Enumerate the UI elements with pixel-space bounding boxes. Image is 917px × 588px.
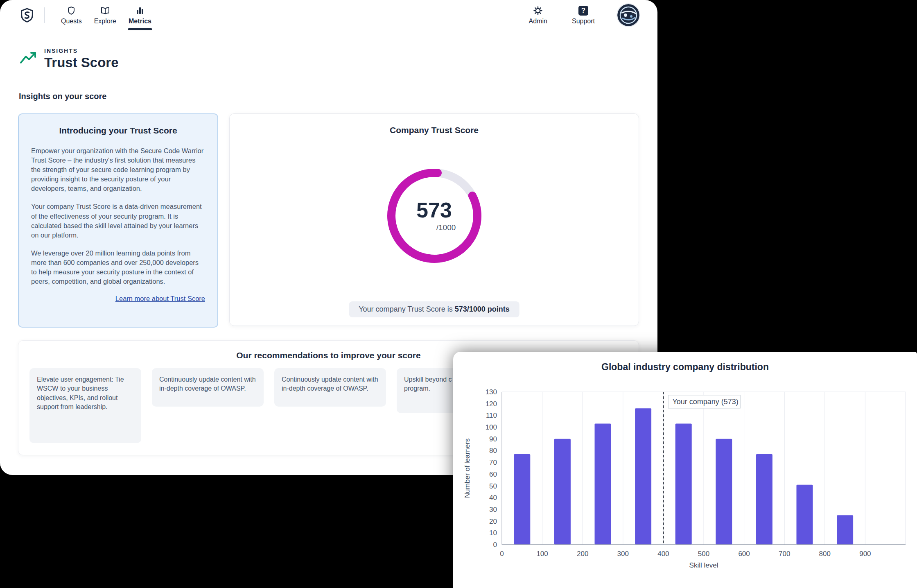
nav-item-admin[interactable]: Admin — [523, 0, 553, 30]
intro-card-title: Introducing your Trust Score — [31, 126, 205, 136]
nav-item-quests[interactable]: Quests — [55, 0, 88, 30]
svg-text:80: 80 — [489, 447, 497, 455]
svg-text:130: 130 — [486, 388, 497, 396]
page-header: INSIGHTS Trust Score — [20, 47, 119, 70]
svg-text:800: 800 — [819, 550, 831, 558]
learn-more-link[interactable]: Learn more about Trust Score — [31, 295, 205, 303]
gear-icon — [533, 6, 543, 16]
score-denominator: /1000 — [436, 223, 456, 232]
section-heading: Insights on your score — [19, 92, 106, 101]
nav-item-label: Quests — [61, 18, 82, 25]
nav-divider — [44, 7, 45, 23]
svg-text:20: 20 — [489, 518, 497, 525]
score-summary-bold: 573/1000 points — [455, 305, 510, 313]
svg-text:110: 110 — [486, 412, 497, 419]
bar-chart-icon — [135, 6, 145, 16]
svg-text:100: 100 — [486, 423, 497, 431]
svg-text:0: 0 — [500, 550, 504, 558]
trend-up-icon — [20, 51, 37, 67]
intro-paragraph: Your company Trust Score is a data-drive… — [31, 202, 205, 240]
distribution-chart-card: Global industry company distribution 010… — [453, 352, 917, 588]
shield-quests-icon — [66, 6, 76, 16]
score-summary-text: Your company Trust Score is — [359, 305, 454, 313]
svg-text:600: 600 — [738, 550, 750, 558]
svg-text:60: 60 — [489, 470, 497, 478]
svg-text:Skill level: Skill level — [689, 561, 718, 569]
svg-text:200: 200 — [577, 550, 588, 558]
svg-text:50: 50 — [489, 482, 497, 490]
recommendation-tiles: Elevate user engagement: Tie WSCW to you… — [29, 368, 508, 443]
svg-text:90: 90 — [489, 435, 497, 443]
svg-text:400: 400 — [657, 550, 669, 558]
nav-right-group: Admin ? Support — [523, 0, 639, 30]
score-card-title: Company Trust Score — [230, 125, 639, 135]
recommendation-tile: Continuously update content with in-dept… — [274, 368, 386, 407]
page-title: Trust Score — [44, 55, 119, 70]
svg-text:900: 900 — [859, 550, 871, 558]
svg-text:700: 700 — [779, 550, 790, 558]
svg-text:120: 120 — [486, 400, 497, 408]
user-avatar[interactable] — [617, 4, 639, 26]
nav-item-label: Explore — [94, 18, 116, 25]
nav-item-metrics[interactable]: Metrics — [122, 0, 158, 30]
distribution-bar-chart: 0102030405060708090100110120130010020030… — [453, 352, 917, 588]
top-nav: Quests Explore Metrics — [0, 0, 657, 30]
trust-score-donut: 573 /1000 — [384, 166, 484, 266]
svg-text:0: 0 — [493, 541, 497, 549]
svg-text:70: 70 — [489, 459, 497, 466]
svg-text:Number of learners: Number of learners — [463, 439, 471, 498]
intro-paragraph: Empower your organization with the Secur… — [31, 146, 205, 193]
recommendation-tile: Elevate user engagement: Tie WSCW to you… — [29, 368, 141, 443]
open-book-icon — [100, 6, 110, 16]
company-trust-score-card: Company Trust Score 573 /1000 Your compa… — [229, 113, 639, 326]
trust-score-intro-card: Introducing your Trust Score Empower you… — [18, 113, 218, 328]
nav-item-label: Admin — [529, 18, 547, 25]
app-logo-shield-icon[interactable] — [18, 6, 36, 24]
question-mark-icon: ? — [578, 6, 588, 16]
nav-item-label: Metrics — [129, 18, 151, 25]
nav-item-support[interactable]: ? Support — [566, 0, 601, 30]
svg-text:300: 300 — [617, 550, 629, 558]
score-summary-pill: Your company Trust Score is 573/1000 poi… — [349, 301, 519, 317]
score-number: 573 — [416, 199, 452, 221]
recommendation-tile: Continuously update content with in-dept… — [152, 368, 264, 407]
svg-text:500: 500 — [698, 550, 709, 558]
svg-text:Your company (573): Your company (573) — [672, 398, 738, 406]
trust-score-value: 573 /1000 — [384, 166, 484, 266]
nav-item-label: Support — [572, 18, 595, 25]
insights-eyebrow: INSIGHTS — [44, 47, 119, 54]
svg-text:30: 30 — [489, 506, 497, 513]
nav-item-explore[interactable]: Explore — [88, 0, 122, 30]
svg-text:10: 10 — [489, 529, 497, 537]
intro-paragraph: We leverage over 20 million learning dat… — [31, 249, 205, 286]
svg-text:40: 40 — [489, 494, 497, 502]
svg-text:100: 100 — [536, 550, 548, 558]
